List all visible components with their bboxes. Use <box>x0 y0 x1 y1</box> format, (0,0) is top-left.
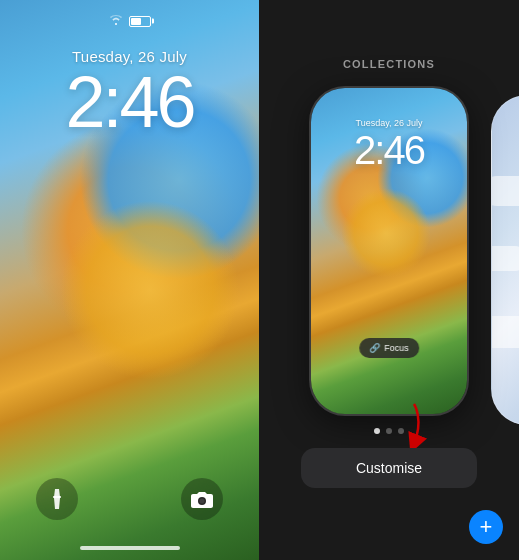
bg-orb-3 <box>60 200 240 380</box>
preview-time: 2:46 <box>311 130 467 170</box>
lock-screen-panel: Tuesday, 26 July 2:46 <box>0 0 259 560</box>
collections-panel: COLLECTIONS Tuesday, 26 July 2:46 🔗 Focu… <box>259 0 519 560</box>
preview-orb-3 <box>341 188 431 278</box>
battery-icon <box>129 16 151 27</box>
cloud-wallpaper-preview <box>491 95 519 425</box>
wallpaper-preview-card[interactable]: Tuesday, 26 July 2:46 🔗 Focus <box>309 86 469 416</box>
add-wallpaper-button[interactable]: + <box>469 510 503 544</box>
focus-label: Focus <box>384 343 409 353</box>
svg-point-2 <box>200 499 205 504</box>
camera-button[interactable] <box>181 478 223 520</box>
collections-title: COLLECTIONS <box>343 58 435 70</box>
dot-1 <box>374 428 380 434</box>
preview-wallpaper-bg: Tuesday, 26 July 2:46 🔗 Focus <box>311 88 467 414</box>
lock-screen-time: 2:46 <box>0 66 259 138</box>
customise-button[interactable]: Customise <box>301 448 477 488</box>
dot-2 <box>386 428 392 434</box>
status-bar <box>0 14 259 28</box>
next-wallpaper-peek <box>491 95 519 425</box>
focus-badge: 🔗 Focus <box>359 338 419 358</box>
bottom-controls <box>0 478 259 520</box>
focus-link-icon: 🔗 <box>369 343 380 353</box>
preview-date: Tuesday, 26 July <box>311 118 467 128</box>
wifi-icon <box>109 14 123 28</box>
flashlight-button[interactable] <box>36 478 78 520</box>
svg-rect-0 <box>53 496 61 498</box>
home-indicator <box>80 546 180 550</box>
arrow-indicator <box>394 399 434 454</box>
